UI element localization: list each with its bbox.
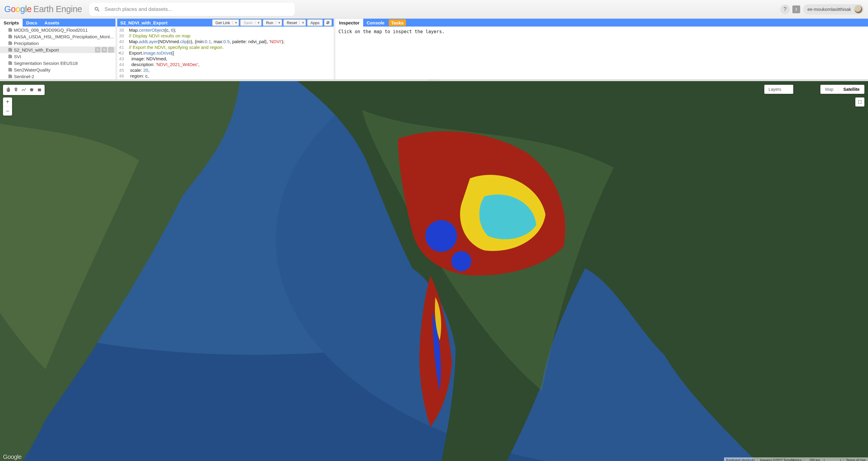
edit-icon[interactable]: ✎ [101, 47, 107, 53]
tab-assets[interactable]: Assets [41, 19, 63, 27]
avatar [854, 5, 863, 13]
rect-tool[interactable] [36, 86, 43, 94]
run-button[interactable]: Run▼ [263, 19, 282, 26]
tab-inspector[interactable]: Inspector [336, 19, 363, 27]
scripts-list[interactable]: MODIS_006_MOD09GQ_Flood2011NASA_USDA_HSL… [0, 27, 116, 79]
script-item[interactable]: NASA_USDA_HSL_IMERG_Precipitation_Mont..… [0, 33, 116, 40]
maptype-map[interactable]: Map [820, 85, 838, 94]
maptype-toggle: Map Satellite [820, 85, 864, 94]
scalebar-icon [824, 459, 841, 461]
chevron-down-icon: ▼ [299, 21, 304, 24]
search-box[interactable] [89, 3, 295, 16]
tab-console[interactable]: Console [363, 19, 388, 27]
chevron-down-icon: ▼ [255, 21, 260, 24]
get-link-button[interactable]: Get Link▼ [212, 19, 239, 26]
marker-icon [13, 87, 19, 93]
point-tool[interactable] [12, 86, 20, 94]
account-chip[interactable]: ee-moukomlasitthisak [803, 4, 864, 15]
attrib-imagery: Imagery ©2022 TerraMetrics [757, 458, 804, 461]
panels-row: Scripts Docs Assets MODIS_006_MOD09GQ_Fl… [0, 19, 868, 79]
polygon-icon [29, 87, 34, 93]
map-canvas [0, 81, 868, 461]
settings-button[interactable] [324, 19, 332, 26]
code-panel: S2_NDVI_with_Export Get Link▼ Save▼ Run▼… [117, 19, 334, 79]
delete-icon[interactable]: ▢ [108, 47, 114, 53]
hand-icon [5, 87, 11, 93]
gear-icon [326, 21, 330, 25]
fullscreen-icon [858, 99, 862, 105]
zoom-out-button[interactable]: − [3, 107, 12, 116]
scripts-tabs: Scripts Docs Assets [0, 19, 116, 27]
script-item[interactable]: Segmentation Session EEUS18 [0, 60, 116, 66]
script-item[interactable]: SVI [0, 53, 116, 60]
reset-button[interactable]: Reset▼ [283, 19, 306, 26]
fullscreen-button[interactable] [855, 97, 864, 107]
svg-point-3 [425, 220, 457, 252]
app-header: Google Earth Engine ? ! ee-moukomlasitth… [0, 0, 868, 19]
editor-title: S2_NDVI_with_Export [119, 20, 167, 25]
line-icon [21, 87, 27, 93]
tab-scripts[interactable]: Scripts [0, 19, 23, 27]
polygon-tool[interactable] [28, 86, 36, 94]
layers-button[interactable]: Layers [764, 85, 793, 94]
feedback-icon[interactable]: ! [792, 5, 800, 13]
script-item[interactable]: MODIS_006_MOD09GQ_Flood2011 [0, 27, 116, 33]
code-body[interactable]: 3839404142434445464748 Map.centerObject(… [117, 27, 334, 79]
help-icon[interactable]: ? [780, 4, 790, 14]
map[interactable]: + − Layers Map Satellite Google Keyboard… [0, 81, 868, 461]
inspector-hint: Click on the map to inspect the layers. [336, 27, 868, 37]
code-lines[interactable]: Map.centerObject(c, 6);// Display NDVI r… [127, 27, 286, 79]
logo: Google Earth Engine [4, 4, 82, 14]
tab-tasks[interactable]: Tasks [389, 19, 406, 26]
save-button[interactable]: Save▼ [240, 19, 261, 26]
pan-tool[interactable] [4, 86, 12, 94]
header-right: ? ! ee-moukomlasitthisak [780, 4, 864, 15]
apps-button[interactable]: Apps [307, 19, 323, 26]
right-tabs: Inspector Console Tasks [336, 19, 868, 27]
svg-point-4 [451, 251, 471, 271]
maptype-satellite[interactable]: Satellite [838, 85, 864, 94]
tab-docs[interactable]: Docs [23, 19, 41, 27]
line-gutter: 3839404142434445464748 [117, 27, 127, 79]
attrib-terms[interactable]: Terms of Use [843, 458, 868, 461]
google-watermark: Google [3, 454, 22, 460]
chevron-down-icon: ▼ [276, 21, 281, 24]
zoom-in-button[interactable]: + [3, 97, 12, 107]
logo-google: Google [4, 4, 32, 14]
line-tool[interactable] [20, 86, 28, 94]
script-item[interactable]: Sentinel-2 [0, 73, 116, 79]
attrib-scale: 200 km [804, 458, 843, 461]
svg-rect-5 [38, 89, 41, 91]
search-icon [94, 6, 100, 13]
zoom-control: + − [3, 97, 12, 116]
account-name: ee-moukomlasitthisak [807, 7, 851, 12]
script-item[interactable]: Precipitation [0, 40, 116, 47]
rectangle-icon [37, 87, 42, 93]
script-item[interactable]: Sen2WaterQuality [0, 66, 116, 73]
chevron-down-icon: ▼ [232, 21, 238, 24]
map-attribution: Keyboard shortcuts Imagery ©2022 TerraMe… [724, 457, 868, 461]
history-icon[interactable]: ↻ [95, 47, 100, 53]
editor-header: S2_NDVI_with_Export Get Link▼ Save▼ Run▼… [117, 19, 334, 27]
draw-toolbar [3, 85, 44, 95]
scripts-panel: Scripts Docs Assets MODIS_006_MOD09GQ_Fl… [0, 19, 116, 79]
attrib-shortcuts[interactable]: Keyboard shortcuts [724, 458, 757, 461]
inspector-panel: Inspector Console Tasks Click on the map… [336, 19, 868, 79]
search-input[interactable] [104, 6, 290, 12]
logo-suffix: Earth Engine [33, 4, 82, 14]
script-item[interactable]: S2_NDVI_with_Export↻✎▢ [0, 47, 116, 53]
